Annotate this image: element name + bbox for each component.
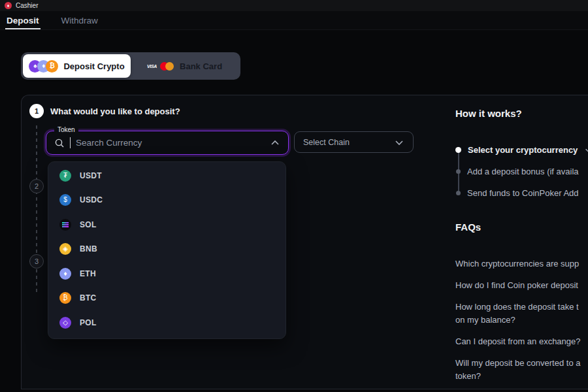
bnb-icon: ◈ xyxy=(59,243,71,255)
usdc-icon: $ xyxy=(59,194,71,206)
chevron-up-icon[interactable] xyxy=(270,138,280,148)
hiw-step-select-crypto[interactable]: Select your cryptocurrency xyxy=(455,145,588,155)
titlebar-app-name: Cashier xyxy=(16,2,38,9)
token-dropdown: ₮ USDT $ USDC SOL ◈ BNB ♦ ETH ₿ BTC ◇ PO… xyxy=(48,161,286,339)
faq-find-deposit-address[interactable]: How do I find Coin poker deposit xyxy=(455,279,588,292)
pol-icon: ◇ xyxy=(59,317,71,329)
coinpoker-logo-icon: ♦ xyxy=(5,2,12,9)
bank-card-label: Bank Card xyxy=(180,61,222,71)
btc-icon: ₿ xyxy=(59,292,71,304)
deposit-method-toggle: ♠ ♦ ₿ Deposit Crypto VISA Bank Card xyxy=(21,52,240,80)
token-option-usdt[interactable]: ₮ USDT xyxy=(48,163,286,188)
token-option-sol[interactable]: SOL xyxy=(48,212,286,237)
tab-withdraw[interactable]: Withdraw xyxy=(60,11,99,29)
btc-coin-icon: ₿ xyxy=(46,60,58,73)
hiw-step-send-funds[interactable]: Send funds to CoinPoker Add xyxy=(455,188,588,198)
step-2-badge: 2 xyxy=(29,179,44,193)
bank-card-toggle[interactable]: VISA Bank Card xyxy=(131,54,238,78)
faq-list: Which cryptocurrencies are supp How do I… xyxy=(455,257,588,391)
chain-select-value: Select Chain xyxy=(303,138,350,147)
faqs-title: FAQs xyxy=(455,221,481,233)
usdt-icon: ₮ xyxy=(59,170,71,182)
deposit-crypto-label: Deposit Crypto xyxy=(63,61,124,71)
chevron-down-icon xyxy=(394,137,404,148)
token-option-eth[interactable]: ♦ ETH xyxy=(48,261,286,286)
faq-deposit-time[interactable]: How long does the deposit take t on my b… xyxy=(455,301,588,327)
step-3-badge: 3 xyxy=(29,254,44,269)
visa-icon: VISA xyxy=(147,64,157,69)
step-1-badge: 1 xyxy=(29,104,44,118)
search-icon xyxy=(54,138,65,148)
step-1-question: What would you like to deposit? xyxy=(50,106,180,116)
chevron-down-icon xyxy=(584,146,588,155)
timeline-dot xyxy=(456,191,461,195)
faq-supported-currencies[interactable]: Which cryptocurrencies are supp xyxy=(455,257,588,270)
timeline-dot-active xyxy=(455,147,461,153)
crypto-coins-icon: ♠ ♦ ₿ xyxy=(29,60,58,73)
how-it-works-title: How it works? xyxy=(455,108,522,119)
chain-select[interactable]: Select Chain xyxy=(294,131,414,153)
hiw-step-bonus[interactable]: Add a deposit bonus (if availa xyxy=(455,167,588,176)
eth-icon: ♦ xyxy=(59,268,71,280)
token-search-field[interactable]: Token xyxy=(46,131,289,155)
faq-deposit-from-exchange[interactable]: Can I deposit from an exchange? xyxy=(455,335,588,348)
timeline-dot xyxy=(456,169,461,174)
faq-deposit-converted[interactable]: Will my deposit be converted to a token? xyxy=(455,357,588,383)
text-cursor xyxy=(70,137,71,148)
sol-icon xyxy=(59,219,71,231)
token-field-label: Token xyxy=(54,126,78,133)
mastercard-icon xyxy=(160,62,174,71)
token-option-bnb[interactable]: ◈ BNB xyxy=(48,237,286,262)
token-search-input[interactable] xyxy=(76,138,265,148)
deposit-crypto-toggle[interactable]: ♠ ♦ ₿ Deposit Crypto xyxy=(23,54,131,78)
token-option-usdc[interactable]: $ USDC xyxy=(48,188,286,213)
titlebar: ♦ Cashier xyxy=(0,0,588,11)
tab-deposit[interactable]: Deposit xyxy=(5,11,41,29)
token-option-btc[interactable]: ₿ BTC xyxy=(48,286,286,311)
token-option-pol[interactable]: ◇ POL xyxy=(48,310,286,335)
stepper-connector xyxy=(36,125,37,294)
tab-bar: Deposit Withdraw xyxy=(0,11,588,30)
